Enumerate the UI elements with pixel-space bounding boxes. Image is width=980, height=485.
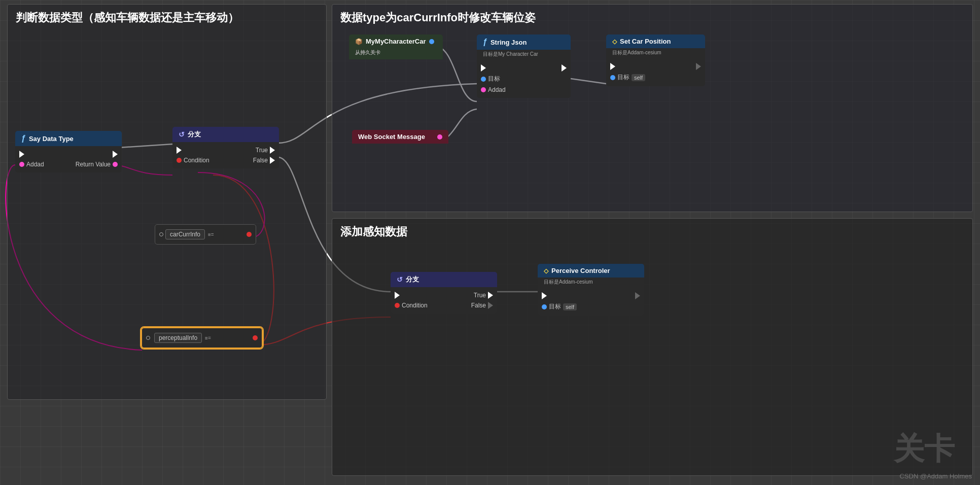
- my-car-out-pin[interactable]: [429, 39, 434, 44]
- branch2-true-label: True: [474, 292, 486, 299]
- addad-pin[interactable]: [19, 162, 24, 167]
- set-car-target-pin[interactable]: [610, 75, 615, 80]
- branch2-false-pin[interactable]: [488, 302, 493, 309]
- set-car-exec-in[interactable]: [610, 63, 615, 70]
- branch1-condition-pin[interactable]: [177, 158, 182, 163]
- string-json-exec-in[interactable]: [481, 64, 486, 72]
- string-json-addad-label: Addad: [488, 86, 506, 93]
- string-json-addad-pin[interactable]: [481, 87, 486, 92]
- perceptual-icon: ≡=: [205, 335, 211, 341]
- set-car-pos-title: Set Car Position: [620, 38, 671, 45]
- string-json-title: String Json: [491, 39, 527, 46]
- set-car-self-badge: self: [632, 74, 645, 81]
- string-json-subtitle: 目标是My Character Car: [477, 50, 571, 60]
- my-car-subtitle: 从持久关卡: [355, 49, 380, 56]
- return-value-label: Return Value: [76, 161, 111, 168]
- branch1-false-pin[interactable]: [270, 157, 275, 164]
- perceive-controller-node[interactable]: ◇ Perceive Controler 目标是Addam-cesium 目标 …: [538, 264, 644, 316]
- false-label: False: [253, 157, 268, 164]
- string-json-node[interactable]: ƒ String Json 目标是My Character Car 目标 Add…: [477, 34, 571, 98]
- perceptual-in-pin[interactable]: [146, 336, 150, 340]
- branch2-exec-in[interactable]: [395, 292, 400, 299]
- car-curr-info-out-pin[interactable]: [247, 232, 252, 237]
- string-json-target-pin[interactable]: [481, 77, 486, 82]
- my-character-car-node[interactable]: 📦 MyMyCharacterCar 从持久关卡: [349, 34, 443, 59]
- car-curr-info-in-pin[interactable]: [159, 232, 163, 236]
- websocket-out-pin[interactable]: [437, 134, 442, 140]
- perceive-target-label: 目标: [549, 302, 561, 311]
- addad-label: Addad: [26, 161, 44, 168]
- string-json-exec-out[interactable]: [562, 64, 567, 72]
- exec-out-pin[interactable]: [113, 151, 118, 158]
- perceive-self-badge: self: [563, 303, 577, 310]
- branch2-true-pin[interactable]: [488, 292, 493, 299]
- perceive-exec-out[interactable]: [635, 292, 640, 299]
- perceive-subtitle: 目标是Addam-cesium: [538, 278, 644, 288]
- branch1-true-pin[interactable]: [270, 147, 275, 154]
- section-bottom-right: 添加感知数据: [332, 218, 973, 476]
- true-label: True: [256, 147, 268, 154]
- my-car-title: MyMyCharacterCar: [366, 38, 426, 45]
- branch1-node[interactable]: ↺ 分支 True Condition False: [172, 127, 279, 168]
- branch2-false-label: False: [471, 302, 486, 309]
- set-car-position-node[interactable]: ◇ Set Car Position 目标是Addam-cesium 目标 se…: [606, 34, 705, 86]
- branch2-condition-pin[interactable]: [395, 303, 400, 308]
- car-curr-info-icon: ≡=: [208, 232, 214, 237]
- perceive-target-pin[interactable]: [542, 304, 547, 309]
- set-car-pos-subtitle: 目标是Addam-cesium: [606, 48, 705, 58]
- perceptual-info-label: perceptualInfo: [154, 333, 202, 343]
- perceive-title: Perceive Controler: [551, 267, 610, 274]
- perceive-exec-in[interactable]: [542, 292, 547, 299]
- branch2-condition-label: Condition: [402, 302, 428, 309]
- car-curr-info-node[interactable]: carCurrInfo ≡=: [155, 224, 256, 245]
- branch1-title: 分支: [188, 130, 201, 139]
- section-top-right-label: 数据type为carCurrInfo时修改车辆位姿: [340, 11, 536, 25]
- perceptual-out-pin[interactable]: [253, 335, 258, 340]
- branch2-node[interactable]: ↺ 分支 True Condition False: [391, 272, 497, 314]
- watermark-small: CSDN @Addam Holmes: [899, 472, 972, 480]
- condition-label: Condition: [184, 157, 209, 164]
- say-data-type-node[interactable]: ƒ Say Data Type Addad Return Value: [15, 131, 122, 172]
- watermark-large: 关卡: [894, 429, 955, 470]
- section-left-label: 判断数据类型（感知车辆数据还是主车移动）: [16, 11, 239, 25]
- section-bottom-right-label: 添加感知数据: [340, 225, 407, 239]
- return-value-pin[interactable]: [113, 162, 118, 167]
- set-car-exec-out[interactable]: [696, 63, 701, 70]
- string-json-target-label: 目标: [488, 75, 500, 83]
- set-car-target-label: 目标: [617, 73, 629, 82]
- branch1-exec-in[interactable]: [177, 147, 182, 154]
- exec-in-pin[interactable]: [19, 151, 24, 158]
- node-title: Say Data Type: [29, 135, 74, 143]
- perceptual-info-node[interactable]: perceptualInfo ≡=: [141, 327, 263, 349]
- web-socket-message-node[interactable]: Web Socket Message: [352, 130, 448, 144]
- branch2-title: 分支: [406, 275, 419, 284]
- websocket-title: Web Socket Message: [358, 133, 425, 141]
- car-curr-info-label: carCurrInfo: [165, 229, 205, 239]
